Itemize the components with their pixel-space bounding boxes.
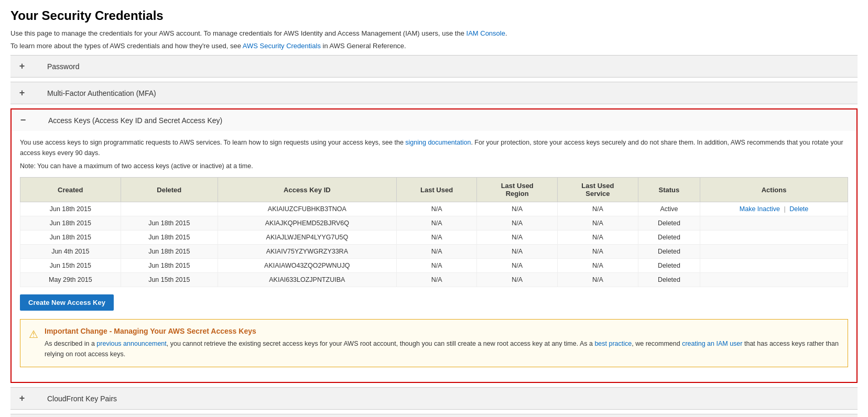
cell-access-key-id: AKIAIV75YZYWGRZY33RA bbox=[218, 245, 396, 259]
table-row: Jun 4th 2015Jun 18th 2015AKIAIV75YZYWGRZ… bbox=[20, 245, 848, 259]
col-last-used-region: Last UsedRegion bbox=[477, 178, 558, 202]
password-section: + Password bbox=[10, 55, 858, 78]
col-deleted: Deleted bbox=[121, 178, 218, 202]
col-last-used: Last Used bbox=[396, 178, 477, 202]
warning-icon: ⚠ bbox=[29, 328, 38, 341]
intro-line1: Use this page to manage the credentials … bbox=[10, 28, 858, 39]
cloudfront-toggle: + bbox=[18, 393, 26, 404]
cell-deleted: Jun 18th 2015 bbox=[121, 231, 218, 245]
cell-last-used-service: N/A bbox=[558, 216, 638, 231]
cell-status: Deleted bbox=[638, 231, 700, 245]
cell-last-used-region: N/A bbox=[477, 216, 558, 231]
creating-iam-user-link[interactable]: creating an IAM user bbox=[682, 340, 742, 347]
cell-last-used-region: N/A bbox=[477, 245, 558, 259]
cell-access-key-id: AKIAI633LOZJPNTZUIBA bbox=[218, 273, 396, 287]
cell-actions bbox=[700, 231, 848, 245]
access-keys-label: Access Keys (Access Key ID and Secret Ac… bbox=[48, 116, 222, 125]
intro-line2: To learn more about the types of AWS cre… bbox=[10, 41, 858, 51]
cell-created: Jun 18th 2015 bbox=[20, 216, 121, 231]
access-keys-toggle: − bbox=[19, 115, 27, 126]
cell-deleted: Jun 15th 2015 bbox=[121, 273, 218, 287]
cell-created: Jun 18th 2015 bbox=[20, 231, 121, 245]
x509-section: + X.509 Certificates bbox=[10, 414, 858, 417]
table-row: Jun 15th 2015Jun 18th 2015AKIAIAWO43ZQO2… bbox=[20, 259, 848, 273]
cell-last-used-region: N/A bbox=[477, 273, 558, 287]
cell-status: Deleted bbox=[638, 216, 700, 231]
cell-created: Jun 15th 2015 bbox=[20, 259, 121, 273]
cell-access-key-id: AKIAJKQPHEMD52BJRV6Q bbox=[218, 216, 396, 231]
cell-last-used-service: N/A bbox=[558, 273, 638, 287]
iam-console-link[interactable]: IAM Console bbox=[466, 29, 505, 37]
cell-actions: Make Inactive | Delete bbox=[700, 202, 848, 216]
cell-status: Active bbox=[638, 202, 700, 216]
page-title: Your Security Credentials bbox=[10, 8, 858, 23]
cell-last-used-service: N/A bbox=[558, 231, 638, 245]
access-keys-header[interactable]: − Access Keys (Access Key ID and Secret … bbox=[12, 109, 856, 131]
cell-last-used-region: N/A bbox=[477, 259, 558, 273]
cell-last-used-region: N/A bbox=[477, 231, 558, 245]
cell-actions bbox=[700, 259, 848, 273]
mfa-header[interactable]: + Multi-Factor Authentication (MFA) bbox=[10, 82, 858, 104]
cell-actions bbox=[700, 245, 848, 259]
cell-last-used: N/A bbox=[396, 245, 477, 259]
warning-body: As described in a previous announcement,… bbox=[45, 338, 839, 359]
table-row: May 29th 2015Jun 15th 2015AKIAI633LOZJPN… bbox=[20, 273, 848, 287]
cell-last-used-service: N/A bbox=[558, 202, 638, 216]
col-actions: Actions bbox=[700, 178, 848, 202]
access-keys-description: You use access keys to sign programmatic… bbox=[20, 137, 848, 158]
table-row: Jun 18th 2015Jun 18th 2015AKIAJKQPHEMD52… bbox=[20, 216, 848, 231]
cell-status: Deleted bbox=[638, 273, 700, 287]
cell-last-used-region: N/A bbox=[477, 202, 558, 216]
x509-header[interactable]: + X.509 Certificates bbox=[10, 414, 858, 417]
access-keys-section: − Access Keys (Access Key ID and Secret … bbox=[10, 108, 858, 383]
create-new-access-key-button[interactable]: Create New Access Key bbox=[20, 294, 114, 311]
cell-status: Deleted bbox=[638, 245, 700, 259]
signing-documentation-link[interactable]: signing documentation bbox=[405, 139, 471, 146]
cloudfront-label: CloudFront Key Pairs bbox=[47, 394, 117, 403]
cell-access-key-id: AKIAIAWO43ZQO2PWNUJQ bbox=[218, 259, 396, 273]
cell-deleted: Jun 18th 2015 bbox=[121, 245, 218, 259]
password-header[interactable]: + Password bbox=[10, 56, 858, 77]
warning-content: Important Change - Managing Your AWS Sec… bbox=[45, 327, 839, 359]
best-practice-link[interactable]: best practice bbox=[594, 340, 632, 347]
cell-last-used: N/A bbox=[396, 216, 477, 231]
cell-last-used: N/A bbox=[396, 202, 477, 216]
cloudfront-section: + CloudFront Key Pairs bbox=[10, 387, 858, 410]
cell-created: May 29th 2015 bbox=[20, 273, 121, 287]
action-separator: | bbox=[782, 205, 787, 213]
mfa-toggle: + bbox=[18, 87, 26, 98]
cell-access-key-id: AKIAIUZCFUBHKB3TNOA bbox=[218, 202, 396, 216]
cell-actions bbox=[700, 216, 848, 231]
mfa-label: Multi-Factor Authentication (MFA) bbox=[47, 89, 156, 97]
warning-title: Important Change - Managing Your AWS Sec… bbox=[45, 327, 839, 335]
col-access-key-id: Access Key ID bbox=[218, 178, 396, 202]
action-link-delete[interactable]: Delete bbox=[789, 205, 808, 213]
col-created: Created bbox=[20, 178, 121, 202]
cell-last-used-service: N/A bbox=[558, 259, 638, 273]
password-label: Password bbox=[47, 62, 79, 71]
aws-security-credentials-link[interactable]: AWS Security Credentials bbox=[243, 42, 321, 50]
cloudfront-header[interactable]: + CloudFront Key Pairs bbox=[10, 388, 858, 409]
cell-created: Jun 4th 2015 bbox=[20, 245, 121, 259]
cell-deleted: Jun 18th 2015 bbox=[121, 216, 218, 231]
cell-deleted bbox=[121, 202, 218, 216]
important-change-warning: ⚠ Important Change - Managing Your AWS S… bbox=[20, 319, 848, 367]
mfa-section: + Multi-Factor Authentication (MFA) bbox=[10, 82, 858, 104]
cell-actions bbox=[700, 273, 848, 287]
access-keys-content: You use access keys to sign programmatic… bbox=[12, 131, 856, 382]
access-keys-note: Note: You can have a maximum of two acce… bbox=[20, 162, 848, 170]
cell-access-key-id: AKIAJLWJENP4LYYG7U5Q bbox=[218, 231, 396, 245]
col-status: Status bbox=[638, 178, 700, 202]
previous-announcement-link[interactable]: previous announcement bbox=[96, 340, 166, 347]
cell-last-used: N/A bbox=[396, 259, 477, 273]
access-keys-table: Created Deleted Access Key ID Last Used … bbox=[20, 177, 848, 287]
table-row: Jun 18th 2015AKIAIUZCFUBHKB3TNOAN/AN/AN/… bbox=[20, 202, 848, 216]
cell-status: Deleted bbox=[638, 259, 700, 273]
cell-deleted: Jun 18th 2015 bbox=[121, 259, 218, 273]
cell-last-used: N/A bbox=[396, 273, 477, 287]
password-toggle: + bbox=[18, 61, 26, 72]
action-link-make-inactive[interactable]: Make Inactive bbox=[740, 205, 780, 213]
cell-last-used: N/A bbox=[396, 231, 477, 245]
cell-last-used-service: N/A bbox=[558, 245, 638, 259]
table-row: Jun 18th 2015Jun 18th 2015AKIAJLWJENP4LY… bbox=[20, 231, 848, 245]
